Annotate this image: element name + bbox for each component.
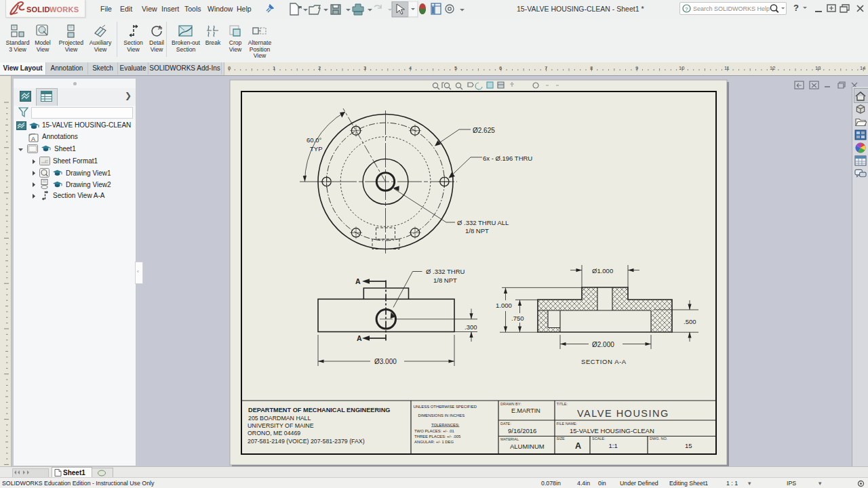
svg-text:DEPARTMENT OF MECHANICAL ENGIN: DEPARTMENT OF MECHANICAL ENGINEERING [248,407,390,413]
svg-text:WORKS: WORKS [50,5,79,14]
svg-text:Ø .332 THRU ALL: Ø .332 THRU ALL [457,219,509,226]
svg-text:A: A [158,25,162,31]
svg-text:6x - Ø.196 THRU: 6x - Ø.196 THRU [483,155,532,162]
svg-text:Ø .332 THRU: Ø .332 THRU [426,268,465,275]
svg-text:15: 15 [685,442,692,449]
svg-text:TOLERANCES:: TOLERANCES: [431,423,460,427]
svg-text:.750: .750 [511,314,524,322]
svg-text:A: A [31,136,35,142]
svg-text:TWO PLACES: +/- .01: TWO PLACES: +/- .01 [414,429,454,433]
svg-text:DIMENSIONS IN INCHES: DIMENSIONS IN INCHES [418,413,465,418]
svg-text:THREE PLACES: +/- .005: THREE PLACES: +/- .005 [414,434,461,439]
svg-text:1:1: 1:1 [609,442,618,449]
svg-text:207-581-2149 (VOICE) 207-581: 207-581-2149 (VOICE) 207-581-2379 (FAX) [248,438,365,445]
svg-text:DATE:: DATE: [500,422,511,426]
svg-text:TYP: TYP [310,145,322,152]
svg-text:A: A [357,334,362,342]
svg-text:Ø1.000: Ø1.000 [592,267,613,274]
svg-text:SCALE:: SCALE: [592,436,606,441]
svg-text:60.0°: 60.0° [307,136,321,144]
svg-text:FILE NAME:: FILE NAME: [557,422,578,426]
svg-text:205 BOARDMAN HALL: 205 BOARDMAN HALL [248,415,311,422]
svg-text:ANGULAR: +/- 1 DEG: ANGULAR: +/- 1 DEG [414,440,454,444]
svg-text:VALVE HOUSING: VALVE HOUSING [577,408,669,419]
svg-text:Ø2.625: Ø2.625 [473,127,495,134]
svg-text:UNIVERSITY OF MAINE: UNIVERSITY OF MAINE [248,422,314,429]
svg-text:.300: .300 [465,323,477,331]
svg-text:Ø3.000: Ø3.000 [374,358,397,365]
svg-text:E.MARTIN: E.MARTIN [511,407,540,414]
svg-text:A: A [575,441,581,451]
svg-text:1/8 NPT: 1/8 NPT [465,227,489,235]
svg-text:15-VALVE HOUSING-CLEAN: 15-VALVE HOUSING-CLEAN [570,427,654,434]
svg-text:SOLID: SOLID [26,5,50,14]
svg-text:ORONO, ME 04469: ORONO, ME 04469 [248,430,300,436]
svg-text:ALUMINUM: ALUMINUM [510,443,545,450]
svg-text:A: A [355,277,361,285]
svg-text:MATERIAL: MATERIAL [500,437,519,441]
svg-text:UNLESS OTHERWISE SPECIFIED: UNLESS OTHERWISE SPECIFIED [414,405,477,409]
svg-text:SIZE: SIZE [557,436,566,441]
svg-text:1.000: 1.000 [496,302,512,309]
svg-text:DRAWN BY:: DRAWN BY: [500,402,521,406]
svg-text:1/8 NPT: 1/8 NPT [433,277,457,284]
svg-text:9/16/2016: 9/16/2016 [508,427,536,434]
svg-text:Ø2.000: Ø2.000 [592,341,614,348]
svg-text:?: ? [685,6,688,12]
svg-text:DWG. NO.: DWG. NO. [650,436,668,441]
svg-text:SECTION A-A: SECTION A-A [581,358,627,365]
svg-text:.500: .500 [684,318,696,325]
svg-text:TITLE:: TITLE: [557,402,568,406]
